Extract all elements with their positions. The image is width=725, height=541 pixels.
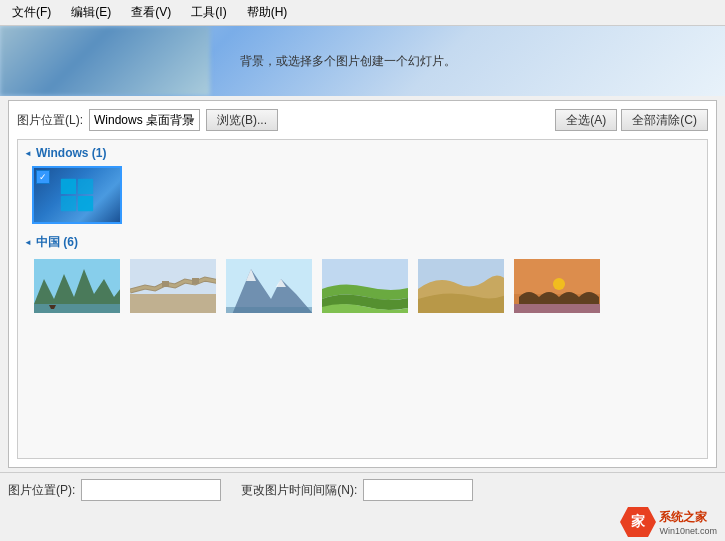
svg-rect-6 (34, 304, 122, 315)
watermark-logo-icon: 家 (620, 507, 656, 537)
select-all-button[interactable]: 全选(A) (555, 109, 617, 131)
position-label: 图片位置(P): (8, 482, 75, 499)
position-field: 图片位置(P): (8, 479, 221, 501)
windows-group-label: Windows (1) (36, 146, 107, 160)
china-scenery-2-icon (130, 259, 218, 315)
svg-point-22 (553, 278, 565, 290)
clear-all-button[interactable]: 全部清除(C) (621, 109, 708, 131)
china-scenery-1-icon (34, 259, 122, 315)
china-scenery-5-icon (418, 259, 506, 315)
svg-text:家: 家 (631, 513, 646, 529)
selected-checkmark: ✓ (36, 170, 50, 184)
bottom-bar: 图片位置(P): 更改图片时间间隔(N): 家 系统之家 Win10net.co… (0, 472, 725, 507)
menu-tools[interactable]: 工具(I) (187, 2, 230, 23)
china-scenery-3-icon (226, 259, 314, 315)
china-group-header[interactable]: ◄ 中国 (6) (24, 234, 701, 251)
watermark-area: 家 系统之家 Win10net.com (620, 507, 717, 537)
svg-rect-9 (130, 294, 218, 315)
china-thumb-4[interactable] (320, 257, 410, 315)
china-thumb-1[interactable] (32, 257, 122, 315)
position-input[interactable] (81, 479, 221, 501)
windows-logo-icon (59, 177, 95, 213)
china-group-label: 中国 (6) (36, 234, 78, 251)
main-content: 图片位置(L): Windows 桌面背景 浏览(B)... 全选(A) 全部清… (8, 100, 717, 468)
china-scenery-4-icon (322, 259, 410, 315)
china-thumb-2[interactable] (128, 257, 218, 315)
location-select-wrapper[interactable]: Windows 桌面背景 (89, 109, 200, 131)
china-thumb-3[interactable] (224, 257, 314, 315)
menu-bar: 文件(F) 编辑(E) 查看(V) 工具(I) 帮助(H) (0, 0, 725, 26)
menu-file[interactable]: 文件(F) (8, 2, 55, 23)
location-select[interactable]: Windows 桌面背景 (89, 109, 200, 131)
interval-label: 更改图片时间间隔(N): (241, 482, 357, 499)
svg-rect-0 (61, 179, 76, 194)
menu-help[interactable]: 帮助(H) (243, 2, 292, 23)
windows-group-header[interactable]: ◄ Windows (1) (24, 146, 701, 160)
svg-rect-3 (78, 196, 93, 211)
china-thumb-row (24, 257, 701, 315)
windows-thumb-row: ✓ (24, 166, 701, 224)
watermark-text: 系统之家 Win10net.com (659, 509, 717, 536)
china-scenery-6-icon (514, 259, 602, 315)
china-group-arrow: ◄ (24, 238, 32, 247)
top-preview-area: 背景，或选择多个图片创建一个幻灯片。 (0, 26, 725, 96)
browse-button[interactable]: 浏览(B)... (206, 109, 278, 131)
interval-input[interactable] (363, 479, 473, 501)
svg-rect-10 (162, 281, 169, 287)
china-thumb-5[interactable] (416, 257, 506, 315)
china-thumb-6[interactable] (512, 257, 602, 315)
menu-edit[interactable]: 编辑(E) (67, 2, 115, 23)
windows-thumb-item[interactable]: ✓ (32, 166, 122, 224)
svg-rect-21 (514, 304, 602, 315)
controls-row: 图片位置(L): Windows 桌面背景 浏览(B)... 全选(A) 全部清… (17, 109, 708, 131)
right-buttons: 全选(A) 全部清除(C) (555, 109, 708, 131)
image-area: ◄ Windows (1) ✓ (17, 139, 708, 459)
location-label: 图片位置(L): (17, 112, 83, 129)
top-instruction-text: 背景，或选择多个图片创建一个幻灯片。 (240, 53, 456, 70)
svg-rect-2 (61, 196, 76, 211)
svg-rect-11 (192, 278, 199, 284)
interval-field: 更改图片时间间隔(N): (241, 479, 473, 501)
svg-rect-1 (78, 179, 93, 194)
preview-image-blurred (0, 26, 210, 96)
menu-view[interactable]: 查看(V) (127, 2, 175, 23)
windows-group-arrow: ◄ (24, 149, 32, 158)
svg-rect-16 (226, 307, 314, 315)
